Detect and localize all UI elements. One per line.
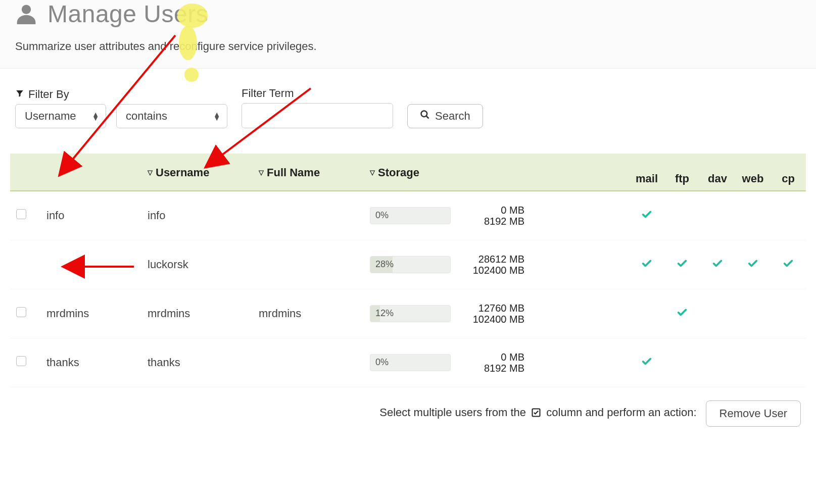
column-header-username[interactable]: ▽ Username (148, 166, 209, 179)
svc-cp[interactable] (771, 338, 806, 387)
table-header-row: ▽ Username ▽ Full Name ▽ Storage mail ft… (10, 154, 806, 191)
table-row: mrdminsmrdminsmrdmins12%12760 MB102400 M… (10, 289, 806, 338)
svg-point-1 (421, 111, 427, 117)
column-header-mail[interactable]: mail (629, 154, 664, 191)
svc-web[interactable] (735, 240, 771, 289)
svc-dav[interactable] (700, 338, 735, 387)
checkbox-checked-icon (531, 408, 541, 421)
search-button[interactable]: Search (407, 104, 483, 128)
storage-numbers: 0 MB8192 MB (464, 351, 524, 374)
svc-web[interactable] (735, 289, 771, 338)
check-icon (747, 259, 758, 271)
table-row: thanksthanks0%0 MB8192 MB (10, 338, 806, 387)
svc-cp[interactable] (771, 240, 806, 289)
check-icon (641, 210, 652, 222)
check-icon (677, 259, 688, 271)
column-header-fullname[interactable]: ▽ Full Name (259, 166, 320, 179)
row-username: thanks (141, 338, 253, 387)
row-checkbox[interactable] (16, 356, 26, 366)
remove-user-button[interactable]: Remove User (706, 400, 801, 427)
row-name: thanks (40, 338, 141, 387)
row-username: luckorsk (141, 240, 253, 289)
users-table: ▽ Username ▽ Full Name ▽ Storage mail ft… (10, 154, 806, 387)
column-header-web[interactable]: web (735, 154, 771, 191)
bulk-hint: Select multiple users from the column an… (379, 406, 696, 421)
storage-progress: 0% (370, 207, 451, 224)
svc-dav[interactable] (700, 240, 735, 289)
row-fullname (253, 191, 364, 240)
svc-mail[interactable] (629, 240, 664, 289)
svc-ftp[interactable] (664, 191, 700, 240)
sort-icon: ▽ (148, 169, 153, 176)
storage-numbers: 12760 MB102400 MB (464, 303, 524, 325)
check-icon (783, 259, 794, 271)
svg-line-2 (426, 116, 429, 119)
column-header-ftp[interactable]: ftp (664, 154, 700, 191)
storage-progress: 12% (370, 305, 451, 322)
svc-ftp[interactable] (664, 240, 700, 289)
svc-ftp[interactable] (664, 338, 700, 387)
svc-cp[interactable] (771, 289, 806, 338)
column-header-storage[interactable]: ▽ Storage (370, 166, 419, 179)
search-button-label: Search (435, 110, 470, 123)
storage-numbers: 28612 MB102400 MB (464, 254, 524, 276)
check-icon (641, 259, 652, 271)
row-storage: 28%28612 MB102400 MB (364, 240, 629, 289)
column-header-dav[interactable]: dav (700, 154, 735, 191)
row-storage: 0%0 MB8192 MB (364, 191, 629, 240)
page-title: Manage Users (47, 0, 208, 28)
svc-dav[interactable] (700, 191, 735, 240)
row-storage: 12%12760 MB102400 MB (364, 289, 629, 338)
search-icon (420, 110, 430, 123)
filter-operator-select[interactable]: contains ▲▼ (116, 104, 227, 128)
filter-field-select[interactable]: Username ▲▼ (15, 104, 106, 128)
row-storage: 0%0 MB8192 MB (364, 338, 629, 387)
svc-mail[interactable] (629, 338, 664, 387)
filter-icon (15, 88, 24, 101)
storage-numbers: 0 MB8192 MB (464, 205, 524, 227)
svc-dav[interactable] (700, 289, 735, 338)
check-icon (677, 308, 688, 320)
row-name (40, 240, 141, 289)
row-name: info (40, 191, 141, 240)
storage-progress: 0% (370, 354, 451, 371)
svc-web[interactable] (735, 338, 771, 387)
row-checkbox[interactable] (16, 209, 26, 219)
svc-mail[interactable] (629, 191, 664, 240)
row-fullname: mrdmins (253, 289, 364, 338)
svc-cp[interactable] (771, 191, 806, 240)
column-header-cp[interactable]: cp (771, 154, 806, 191)
row-fullname (253, 338, 364, 387)
filter-bar: Filter By Username ▲▼ contains ▲▼ Filter… (0, 69, 816, 143)
row-name: mrdmins (40, 289, 141, 338)
user-icon (15, 2, 37, 26)
bulk-action-bar: Select multiple users from the column an… (0, 387, 816, 440)
check-icon (641, 357, 652, 369)
svc-web[interactable] (735, 191, 771, 240)
row-checkbox[interactable] (16, 307, 26, 317)
page-subtitle: Summarize user attributes and reconfigur… (15, 40, 801, 53)
row-fullname (253, 240, 364, 289)
page-header: Manage Users Summarize user attributes a… (0, 0, 816, 69)
storage-progress: 28% (370, 256, 451, 273)
filter-by-label-text: Filter By (28, 88, 69, 101)
filter-term-label: Filter Term (242, 87, 393, 100)
row-username: info (141, 191, 253, 240)
sort-icon: ▽ (259, 169, 264, 176)
table-row: infoinfo0%0 MB8192 MB (10, 191, 806, 240)
row-username: mrdmins (141, 289, 253, 338)
svc-ftp[interactable] (664, 289, 700, 338)
table-row: luckorsk28%28612 MB102400 MB (10, 240, 806, 289)
check-icon (712, 259, 723, 271)
filter-by-label: Filter By (15, 88, 227, 101)
svc-mail[interactable] (629, 289, 664, 338)
filter-term-input[interactable] (242, 103, 393, 128)
sort-icon: ▽ (370, 169, 375, 176)
svg-point-0 (22, 5, 31, 14)
